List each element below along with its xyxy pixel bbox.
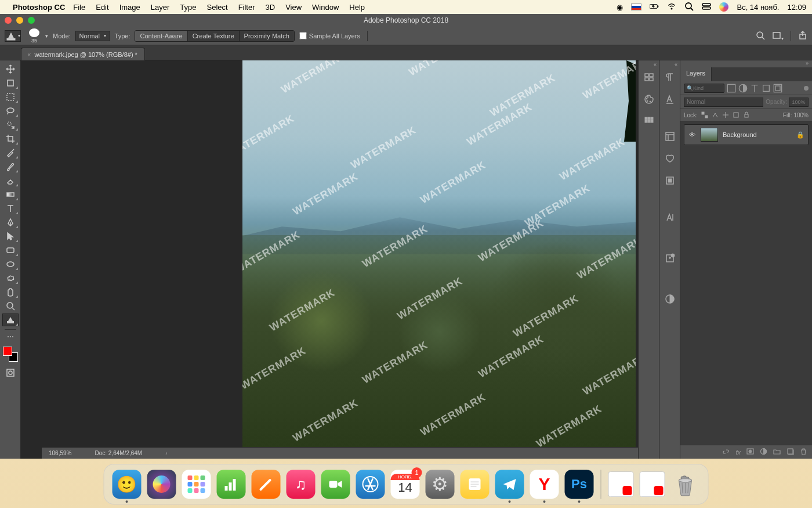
spotlight-icon[interactable] [684, 2, 694, 13]
menu-image[interactable]: Image [119, 3, 140, 12]
layer-style-icon[interactable]: fx [735, 449, 741, 456]
menu-window[interactable]: Window [312, 3, 339, 12]
wifi-icon[interactable] [667, 2, 676, 13]
status-arrow-icon[interactable]: › [165, 450, 167, 456]
menu-edit[interactable]: Edit [96, 3, 108, 12]
pen-tool[interactable] [2, 216, 19, 229]
location-icon[interactable]: ◉ [617, 3, 623, 12]
dock-numbers[interactable] [217, 470, 246, 499]
edit-toolbar-icon[interactable]: ⋯ [2, 333, 19, 341]
expand-strip-icon[interactable]: « [659, 62, 680, 67]
dock-photoshop[interactable]: Ps [565, 470, 594, 499]
eraser-tool[interactable] [2, 174, 19, 187]
dock-music[interactable]: ♫ [287, 470, 316, 499]
dock-settings[interactable]: ⚙ [426, 470, 455, 499]
menu-layer[interactable]: Layer [151, 3, 170, 12]
menu-file[interactable]: File [73, 3, 85, 12]
layer-visibility-icon[interactable]: 👁 [688, 131, 696, 138]
brush-size-picker[interactable]: 35 [26, 28, 43, 44]
filter-type-icon[interactable] [750, 84, 759, 93]
filter-smart-icon[interactable] [773, 84, 782, 93]
filter-kind-select[interactable]: 🔍Kind [684, 84, 724, 93]
gradient-tool[interactable] [2, 188, 19, 201]
menubar-date[interactable]: Вс, 14 нояб. [737, 3, 779, 12]
window-traffic-lights[interactable] [5, 17, 35, 24]
zoom-level[interactable]: 106,59% [49, 450, 71, 456]
dock-notes[interactable] [461, 470, 490, 499]
minimize-window-button[interactable] [16, 17, 23, 24]
eyedropper-tool[interactable] [2, 146, 19, 159]
dock-yandex[interactable]: Y [530, 470, 559, 499]
canvas-area[interactable]: WATERMARK WATERMARK WATERMARK WATERMARK … [21, 60, 638, 459]
menu-select[interactable]: Select [206, 3, 227, 12]
paragraph-panel-icon[interactable] [665, 72, 675, 85]
ellipse-tool[interactable] [2, 258, 19, 271]
menubar-app-name[interactable]: Photoshop CC [13, 3, 65, 12]
search-icon[interactable] [756, 31, 765, 41]
document-tab[interactable]: × watermark.jpeg @ 107% (RGB/8#) * [21, 48, 145, 60]
learn-panel-icon[interactable]: + [665, 253, 675, 266]
close-doc-icon[interactable]: × [27, 51, 31, 58]
type-proximity-match[interactable]: Proximity Match [240, 31, 294, 41]
menu-view[interactable]: View [285, 3, 302, 12]
character-panel-icon[interactable] [665, 94, 675, 107]
filter-pixel-icon[interactable] [727, 84, 736, 93]
menubar-time[interactable]: 12:09 [787, 3, 806, 12]
type-tool[interactable] [2, 202, 19, 215]
sample-all-checkbox[interactable] [299, 32, 307, 39]
custom-shape-tool[interactable] [2, 272, 19, 284]
type-content-aware[interactable]: Content-Aware [135, 31, 187, 41]
dock-finder[interactable]: 🙂 [113, 470, 142, 499]
quick-select-tool[interactable] [2, 118, 19, 131]
siri-icon[interactable] [719, 2, 728, 12]
opacity-value[interactable]: 100% [789, 98, 809, 107]
delete-layer-icon[interactable] [800, 447, 807, 457]
battery-icon[interactable] [650, 2, 659, 13]
lock-all-icon[interactable] [743, 111, 750, 120]
type-create-texture[interactable]: Create Texture [188, 31, 240, 41]
layer-thumbnail[interactable] [701, 128, 718, 142]
layer-mask-icon[interactable] [746, 447, 754, 457]
marquee-tool[interactable] [2, 91, 19, 103]
brush-dropdown-icon[interactable]: ▾ [45, 33, 48, 39]
hand-tool[interactable] [2, 286, 19, 298]
styles-panel-icon[interactable] [665, 294, 675, 307]
canvas-image[interactable]: WATERMARK WATERMARK WATERMARK WATERMARK … [242, 60, 636, 449]
dock-minimized-window-2[interactable] [640, 471, 665, 497]
lock-image-icon[interactable] [712, 111, 719, 120]
dock-siri[interactable] [147, 470, 176, 499]
path-select-tool[interactable] [2, 230, 19, 243]
lock-transparency-icon[interactable] [701, 111, 708, 120]
layers-tab[interactable]: Layers [680, 67, 712, 81]
color-swatches[interactable] [3, 347, 18, 362]
lock-artboard-icon[interactable] [733, 111, 740, 120]
quick-mask-icon[interactable] [2, 366, 19, 379]
menu-help[interactable]: Help [349, 3, 365, 12]
swatches-panel-icon[interactable] [644, 116, 654, 129]
adjustment-layer-icon[interactable] [760, 447, 767, 457]
lock-position-icon[interactable] [722, 111, 729, 120]
dock-launchpad[interactable] [182, 470, 211, 499]
dock-appstore[interactable] [356, 470, 385, 499]
dock-trash[interactable] [671, 470, 700, 499]
flag-icon[interactable] [631, 3, 641, 10]
link-layers-icon[interactable] [722, 447, 730, 457]
layer-lock-icon[interactable]: 🔒 [796, 131, 804, 139]
menu-type[interactable]: Type [180, 3, 196, 12]
libraries-panel-icon[interactable] [665, 153, 675, 166]
lasso-tool[interactable] [2, 105, 19, 117]
dock-facetime[interactable] [321, 470, 350, 499]
new-layer-icon[interactable] [786, 447, 794, 457]
dock-calendar[interactable]: НОЯБ.141 [391, 470, 420, 499]
healing-brush-tool[interactable] [2, 314, 19, 326]
artboard-tool[interactable] [2, 77, 19, 89]
mode-select[interactable]: Normal▾ [75, 31, 110, 41]
share-icon[interactable] [798, 31, 807, 41]
screen-mode-icon[interactable]: ▾ [772, 31, 784, 41]
color-panel-icon[interactable] [644, 94, 654, 107]
dock-minimized-window-1[interactable] [608, 471, 634, 497]
layer-name[interactable]: Background [723, 131, 757, 138]
menu-3d[interactable]: 3D [266, 3, 276, 12]
brush-tool[interactable] [2, 160, 19, 173]
control-center-icon[interactable] [702, 2, 711, 13]
